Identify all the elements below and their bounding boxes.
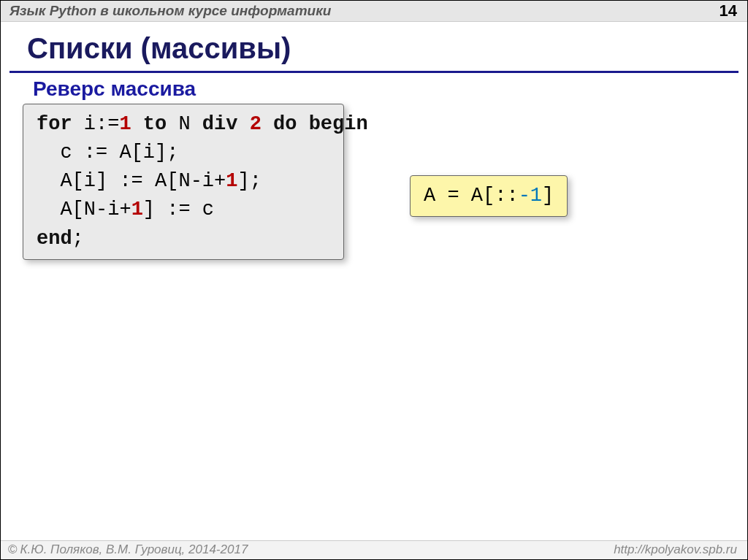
code-text: A[N-i+ [37, 199, 131, 220]
copyright-text: ©К.Ю. Поляков, В.М. Гуровиц, 2014-2017 [8, 542, 248, 557]
python-code-block: A = A[::-1] [410, 175, 568, 217]
keyword-div: div [202, 113, 238, 135]
number-literal: 1 [119, 113, 131, 135]
course-title: Язык Python в школьном курсе информатики [9, 3, 331, 19]
code-text: N [167, 113, 202, 135]
code-text [237, 113, 249, 135]
code-text: A = A[:: [424, 185, 519, 207]
keyword-end: end [37, 228, 72, 250]
copyright-icon: © [8, 542, 18, 557]
slide-subtitle: Реверс массива [1, 77, 747, 104]
code-text: ; [72, 228, 84, 250]
number-literal: 1 [131, 199, 143, 220]
footer-bar: ©К.Ю. Поляков, В.М. Гуровиц, 2014-2017 h… [1, 540, 747, 559]
code-text: ] := c [143, 199, 214, 220]
slide: Язык Python в школьном курсе информатики… [0, 0, 748, 560]
keyword-to: to [131, 113, 167, 135]
slide-title: Списки (массивы) [1, 22, 747, 71]
pascal-code-block: for i:=1 to N div 2 do begin c := A[i]; … [23, 104, 344, 260]
code-text: ]; [237, 170, 261, 192]
footer-url: http://kpolyakov.spb.ru [614, 542, 737, 557]
code-text: ] [542, 185, 554, 207]
number-literal: -1 [519, 185, 542, 207]
header-bar: Язык Python в школьном курсе информатики… [1, 1, 747, 22]
page-number: 14 [720, 1, 737, 20]
title-rule [9, 71, 739, 73]
code-line: c := A[i]; [37, 142, 178, 164]
keyword-for: for [37, 113, 72, 135]
number-literal: 1 [226, 170, 237, 192]
number-literal: 2 [250, 113, 262, 135]
code-text: A[i] := A[N-i+ [37, 170, 226, 192]
keyword-do-begin: do begin [262, 113, 368, 135]
code-text: i:= [72, 113, 120, 135]
